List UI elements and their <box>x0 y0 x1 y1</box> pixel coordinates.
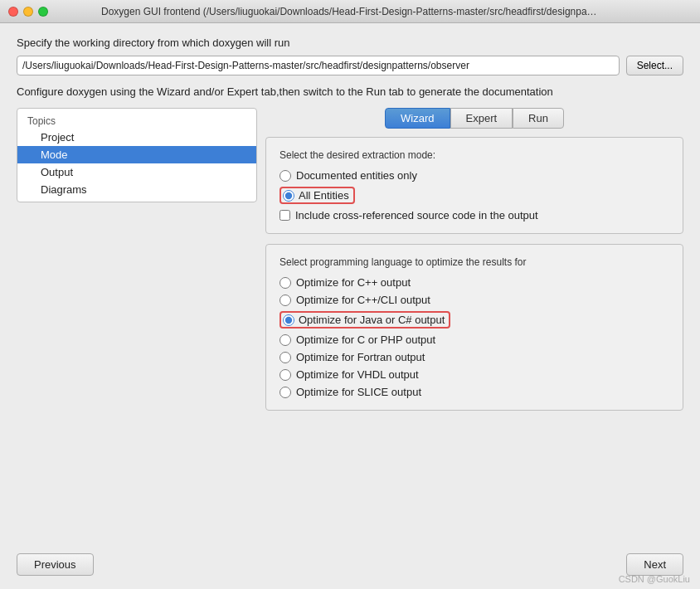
next-button[interactable]: Next <box>626 553 683 576</box>
title-bar: Doxygen GUI frontend (/Users/liuguokai/D… <box>0 0 700 23</box>
radio-vhdl: Optimize for VHDL output <box>280 368 669 381</box>
language-panel: Select programming language to optimize … <box>265 244 683 411</box>
working-dir-row: Select... <box>17 56 683 75</box>
extraction-panel-title: Select the desired extraction mode: <box>280 149 669 161</box>
sidebar-item-diagrams[interactable]: Diagrams <box>17 181 256 198</box>
radio-c-php-label: Optimize for C or PHP output <box>296 333 435 346</box>
close-button[interactable] <box>8 7 18 17</box>
checkbox-crossref: Include cross-referenced source code in … <box>280 209 669 221</box>
radio-cppcli-label: Optimize for C++/CLI output <box>296 294 430 306</box>
radio-cpp-input[interactable] <box>280 277 291 289</box>
radio-slice-label: Optimize for SLICE output <box>296 386 421 398</box>
select-button[interactable]: Select... <box>626 56 683 75</box>
java-csharp-highlight: Optimize for Java or C# output <box>280 311 450 329</box>
extraction-panel: Select the desired extraction mode: Docu… <box>265 137 683 234</box>
radio-fortran-input[interactable] <box>280 352 291 363</box>
radio-java-csharp-label: Optimize for Java or C# output <box>299 314 445 326</box>
working-dir-input[interactable] <box>17 56 620 75</box>
radio-c-php: Optimize for C or PHP output <box>280 333 669 346</box>
sidebar-item-mode[interactable]: Mode <box>17 146 256 163</box>
radio-cppcli-input[interactable] <box>280 294 291 306</box>
radio-cpp-label: Optimize for C++ output <box>296 276 411 289</box>
sidebar: Topics Project Mode Output Diagrams <box>17 108 257 202</box>
radio-fortran-label: Optimize for Fortran output <box>296 351 425 363</box>
window-title: Doxygen GUI frontend (/Users/liuguokai/D… <box>101 6 599 17</box>
checkbox-crossref-input[interactable] <box>280 210 290 221</box>
previous-button[interactable]: Previous <box>17 553 94 576</box>
radio-cpp: Optimize for C++ output <box>280 276 669 289</box>
main-content: Specify the working directory from which… <box>0 23 700 589</box>
radio-java-csharp-input[interactable] <box>283 314 294 326</box>
radio-slice-input[interactable] <box>280 387 291 398</box>
right-panel: Wizard Expert Run Select the desired ext… <box>265 108 683 545</box>
maximize-button[interactable] <box>38 7 48 17</box>
sidebar-item-project[interactable]: Project <box>17 129 256 146</box>
checkbox-crossref-label: Include cross-referenced source code in … <box>295 209 538 221</box>
minimize-button[interactable] <box>23 7 33 17</box>
sidebar-item-output[interactable]: Output <box>17 163 256 181</box>
language-panel-title: Select programming language to optimize … <box>280 256 669 268</box>
content-area: Topics Project Mode Output Diagrams Wiza… <box>17 108 683 545</box>
radio-c-php-input[interactable] <box>280 334 291 346</box>
bottom-buttons: Previous Next <box>17 545 683 576</box>
topics-label: Topics <box>17 112 256 129</box>
tab-run[interactable]: Run <box>513 108 564 129</box>
radio-java-csharp: Optimize for Java or C# output <box>280 311 669 329</box>
radio-all-entities-label: All Entities <box>299 189 349 202</box>
radio-vhdl-label: Optimize for VHDL output <box>296 368 419 381</box>
tab-expert[interactable]: Expert <box>450 108 513 129</box>
radio-fortran: Optimize for Fortran output <box>280 351 669 363</box>
radio-slice: Optimize for SLICE output <box>280 386 669 398</box>
configure-description: Configure doxygen using the Wizard and/o… <box>17 85 683 98</box>
tab-bar: Wizard Expert Run <box>265 108 683 129</box>
top-description: Specify the working directory from which… <box>17 37 683 49</box>
traffic-lights <box>8 7 48 17</box>
radio-all-entities-input[interactable] <box>283 190 294 202</box>
radio-documented-input[interactable] <box>280 170 291 182</box>
radio-documented: Documented entities only <box>280 169 669 182</box>
radio-vhdl-input[interactable] <box>280 369 291 381</box>
watermark: CSDN @GuokLiu <box>619 574 690 584</box>
tab-wizard[interactable]: Wizard <box>385 108 450 129</box>
all-entities-highlight: All Entities <box>280 187 355 204</box>
radio-cppcli: Optimize for C++/CLI output <box>280 294 669 306</box>
radio-all-entities: All Entities <box>280 187 669 204</box>
radio-documented-label: Documented entities only <box>296 169 417 182</box>
